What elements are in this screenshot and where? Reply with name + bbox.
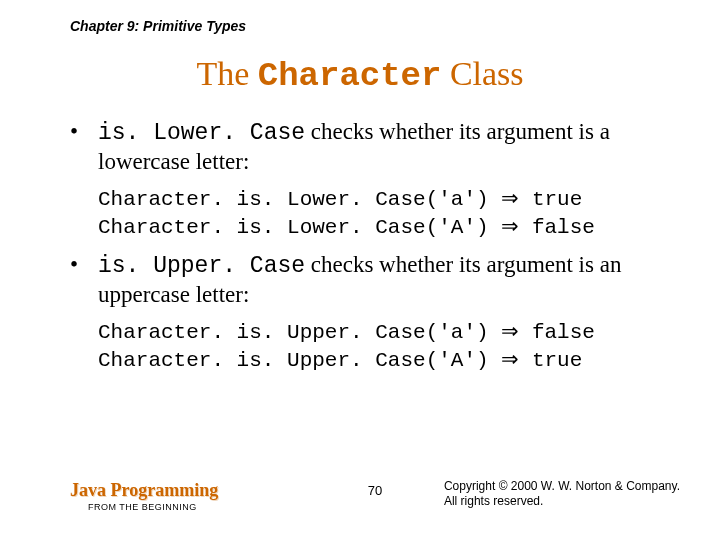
code-result: false xyxy=(532,216,595,239)
title-post: Class xyxy=(441,55,523,92)
title-pre: The xyxy=(196,55,257,92)
title-mono: Character xyxy=(258,57,442,95)
bullet-text: is. Upper. Case checks whether its argum… xyxy=(98,251,660,310)
slide-body: • is. Lower. Case checks whether its arg… xyxy=(70,118,660,384)
copyright-line: Copyright © 2000 W. W. Norton & Company. xyxy=(444,479,680,495)
code-call: Character. is. Upper. Case('a') xyxy=(98,321,489,344)
bullet-code: is. Lower. Case xyxy=(98,120,305,146)
code-result: false xyxy=(532,321,595,344)
copyright-line: All rights reserved. xyxy=(444,494,680,510)
bullet-mark: • xyxy=(70,118,98,177)
arrow-icon: ⇒ xyxy=(501,347,519,371)
bullet-item: • is. Upper. Case checks whether its arg… xyxy=(70,251,660,310)
arrow-icon: ⇒ xyxy=(501,186,519,210)
bullet-code: is. Upper. Case xyxy=(98,253,305,279)
code-result: true xyxy=(532,349,582,372)
code-call: Character. is. Lower. Case('a') xyxy=(98,188,489,211)
chapter-label: Chapter 9: Primitive Types xyxy=(70,18,246,34)
code-block-lower: Character. is. Lower. Case('a') ⇒ true C… xyxy=(98,185,660,242)
slide: Chapter 9: Primitive Types The Character… xyxy=(0,0,720,540)
footer: Java Programming FROM THE BEGINNING 70 C… xyxy=(70,470,680,520)
bullet-item: • is. Lower. Case checks whether its arg… xyxy=(70,118,660,177)
code-result: true xyxy=(532,188,582,211)
arrow-icon: ⇒ xyxy=(501,319,519,343)
copyright: Copyright © 2000 W. W. Norton & Company.… xyxy=(444,479,680,510)
arrow-icon: ⇒ xyxy=(501,214,519,238)
code-call: Character. is. Upper. Case('A') xyxy=(98,349,489,372)
code-call: Character. is. Lower. Case('A') xyxy=(98,216,489,239)
book-subtitle: FROM THE BEGINNING xyxy=(88,502,218,512)
slide-title: The Character Class xyxy=(0,55,720,95)
code-block-upper: Character. is. Upper. Case('a') ⇒ false … xyxy=(98,318,660,375)
bullet-mark: • xyxy=(70,251,98,310)
bullet-text: is. Lower. Case checks whether its argum… xyxy=(98,118,660,177)
